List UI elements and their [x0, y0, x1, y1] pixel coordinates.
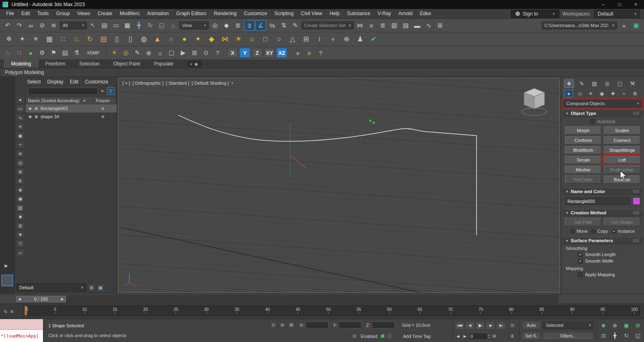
- monitor-icon[interactable]: ▢: [166, 47, 177, 58]
- menu-item[interactable]: Help: [326, 9, 343, 18]
- selection-lock-icon[interactable]: ⊘: [278, 322, 286, 329]
- axis-z-button[interactable]: Z: [252, 48, 262, 58]
- creation-method-rollout-header[interactable]: ▾ Creation Method: [563, 209, 642, 216]
- sun2-icon[interactable]: ☀: [109, 47, 120, 58]
- scroll-icon[interactable]: ✎: [132, 47, 142, 58]
- motion-tab-icon[interactable]: ◎: [602, 79, 612, 88]
- explorer-menu-item[interactable]: Edit: [67, 79, 82, 85]
- ribbon-subtab[interactable]: Polygon Modeling: [0, 68, 644, 77]
- close-button[interactable]: ×: [628, 0, 644, 9]
- lamp-icon[interactable]: ⚑: [48, 47, 59, 58]
- get-path-button[interactable]: Get Path: [565, 218, 601, 226]
- frame-spinner-down[interactable]: ▾: [488, 336, 490, 339]
- object-name[interactable]: Rectangle001: [39, 106, 96, 111]
- layout-expander-button[interactable]: ▶: [5, 263, 8, 268]
- edit-named-selection-sets-icon[interactable]: ✎: [290, 20, 301, 31]
- surface-parameters-rollout-header[interactable]: ▾ Surface Parameters: [563, 237, 642, 244]
- select-and-rotate-icon[interactable]: ↻: [145, 20, 156, 31]
- layer-explorer-toggle-icon[interactable]: ▤: [400, 20, 411, 31]
- sphere-outline-icon[interactable]: ○: [273, 34, 285, 45]
- menu-item[interactable]: Edit: [18, 9, 34, 18]
- page-icon[interactable]: ▯: [111, 34, 123, 45]
- selection-filter-dropdown[interactable]: All ▾: [60, 21, 87, 29]
- hierarchy-tab-icon[interactable]: ▤: [590, 79, 599, 88]
- solid-view-icon[interactable]: ■: [16, 213, 25, 220]
- app-icon[interactable]: [2, 2, 8, 7]
- filter-objects-icon[interactable]: ●: [16, 96, 25, 104]
- mirror-icon[interactable]: ⋈: [355, 20, 365, 31]
- axis-xy-button[interactable]: XY: [264, 48, 275, 58]
- clear-search-icon[interactable]: ×: [99, 88, 105, 94]
- explorer-search-input[interactable]: [28, 88, 98, 95]
- viewcube[interactable]: [520, 85, 549, 118]
- filter-geometry-icon[interactable]: ▭: [16, 105, 25, 112]
- frozen-column-header[interactable]: Frozen: [93, 98, 116, 103]
- ghost-icon[interactable]: ◍: [138, 34, 150, 45]
- monitor-play-icon[interactable]: ▶: [178, 47, 188, 58]
- explorer-menu-item[interactable]: Customize: [81, 79, 111, 85]
- cameras-category-icon[interactable]: ◉: [597, 90, 606, 97]
- list-icon[interactable]: ▤: [60, 47, 70, 58]
- go-to-end-button[interactable]: ▶|: [496, 322, 506, 330]
- redo-icon[interactable]: ↷: [14, 20, 25, 31]
- Rectangle001[interactable]: ◉ ▣ Rectangle001 ❄: [26, 104, 117, 112]
- detail-view-icon[interactable]: ≣: [16, 222, 25, 230]
- time-slider-handle[interactable]: ◀ 0 / 100 ▶: [16, 296, 66, 302]
- track-selection-icon[interactable]: ≡: [10, 308, 14, 315]
- terrain-button[interactable]: Terrain: [565, 156, 601, 164]
- previous-key-button[interactable]: ◀: [455, 334, 461, 338]
- snaps-toggle-3d-icon[interactable]: 3: [244, 20, 255, 31]
- key-mode-toggle-icon[interactable]: ⊚: [490, 333, 498, 340]
- zoom-icon[interactable]: ⊕: [598, 321, 609, 330]
- conform-button[interactable]: Conform: [565, 136, 601, 144]
- macro-recorder-pane[interactable]: [0, 319, 43, 330]
- time-tag-icon[interactable]: ⊙: [350, 333, 358, 340]
- mini-curve-editor-icon[interactable]: ∿: [3, 308, 8, 315]
- smooth-width-checkbox[interactable]: ✓ Smooth Width: [563, 258, 642, 264]
- time-configuration-icon[interactable]: ⊙: [508, 322, 516, 329]
- plane-icon[interactable]: ⋈: [219, 34, 231, 45]
- next-key-button[interactable]: ▶: [462, 334, 468, 338]
- filter-spacewarps-icon[interactable]: ≋: [16, 150, 25, 158]
- display-tab-icon[interactable]: ▢: [615, 79, 625, 88]
- lattice-icon[interactable]: ⊞: [300, 34, 312, 45]
- visibility-eye-icon[interactable]: ◉: [27, 106, 33, 110]
- ribbon-display-toggle[interactable]: ▾ ◉: [187, 61, 202, 67]
- select-object-icon[interactable]: ↖: [88, 20, 98, 31]
- named-selection-sets-dropdown[interactable]: Create Selection Set ▾: [301, 21, 354, 29]
- zoom-extents-icon[interactable]: ▣: [621, 321, 632, 330]
- film-icon[interactable]: ▤: [97, 34, 110, 45]
- menu-item[interactable]: Civil View: [297, 9, 326, 18]
- z-coordinate-input[interactable]: [372, 322, 395, 328]
- menu-item[interactable]: Customize: [240, 9, 271, 18]
- menu-item[interactable]: Edex: [416, 9, 435, 18]
- morph-button[interactable]: Morph: [565, 126, 601, 135]
- menu-item[interactable]: Group: [52, 9, 73, 18]
- track-bar-ruler[interactable]: 0 5 10 15 20 25: [24, 306, 640, 316]
- grid-array-icon[interactable]: ▦: [43, 34, 56, 45]
- copy-radio[interactable]: Copy: [591, 229, 608, 234]
- list-view-icon[interactable]: ▤: [16, 204, 25, 212]
- viewport-menu-plus[interactable]: [ + ]: [122, 81, 130, 86]
- spacewarps-category-icon[interactable]: ≈: [619, 90, 628, 97]
- burst-icon[interactable]: ☀: [29, 34, 42, 45]
- donut-icon[interactable]: ◎: [120, 47, 131, 58]
- feather-icon[interactable]: ≀: [313, 34, 326, 45]
- shapemerge-button[interactable]: ShapeMerge: [604, 146, 640, 154]
- previous-frame-arrow[interactable]: ◀: [16, 297, 23, 301]
- filter-materials-icon[interactable]: ◈: [16, 186, 25, 194]
- next-frame-arrow[interactable]: ▶: [59, 297, 66, 301]
- utilities-tab-icon[interactable]: ⚒: [628, 79, 637, 88]
- apply-mapping-checkbox[interactable]: [578, 272, 583, 277]
- shapes-category-icon[interactable]: ◇: [575, 90, 584, 97]
- filter-xrefs-icon[interactable]: ⊕: [16, 168, 25, 176]
- axis-y-button[interactable]: Y: [240, 48, 250, 58]
- viewport-pov-label[interactable]: [ Orthographic ]: [133, 81, 164, 86]
- render-setup-icon[interactable]: ▣: [631, 20, 642, 31]
- dome-icon[interactable]: ∩: [165, 34, 177, 45]
- shape 34[interactable]: ◉ ▣ shape 34 ❄: [26, 112, 117, 121]
- tab-freeform[interactable]: Freeform: [39, 60, 72, 68]
- explorer-menu-item[interactable]: Display: [44, 79, 66, 85]
- globe-icon[interactable]: ⊕: [340, 34, 353, 45]
- menu-item[interactable]: Create: [94, 9, 116, 18]
